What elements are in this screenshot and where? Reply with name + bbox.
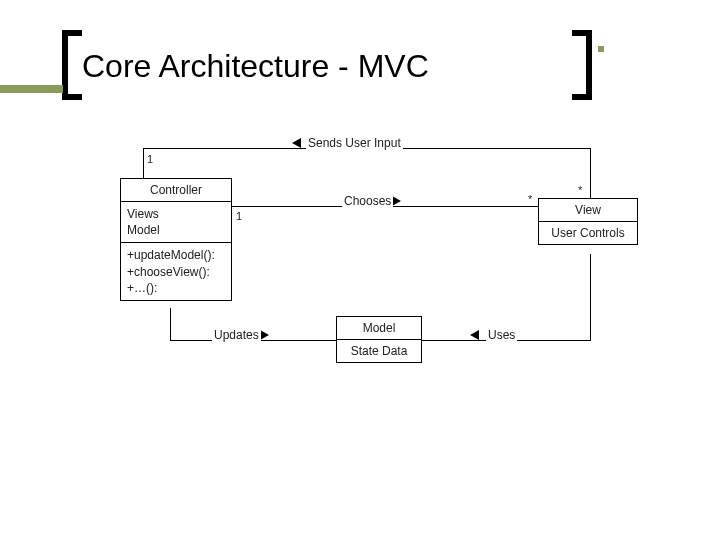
edge-sends-user-input-v-left [143, 148, 144, 178]
accent-bar [0, 85, 63, 93]
box-controller: Controller Views Model +updateModel(): +… [120, 178, 232, 301]
arrow-updates [260, 330, 269, 340]
page-title: Core Architecture - MVC [82, 48, 429, 85]
box-controller-attrs: Views Model [121, 202, 231, 243]
box-model-attrs: State Data [337, 340, 421, 362]
box-controller-ops: +updateModel(): +chooseView(): +…(): [121, 243, 231, 300]
mult-controller-top: 1 [147, 153, 153, 165]
label-uses: Uses [486, 328, 517, 342]
box-controller-name: Controller [121, 179, 231, 202]
arrow-sends-user-input [292, 138, 301, 148]
box-model-name: Model [337, 317, 421, 340]
edge-updates-v [170, 308, 171, 340]
mvc-diagram: Sends User Input Chooses Updates Uses 1 … [0, 140, 720, 540]
mult-view-mid: * [528, 193, 532, 205]
label-updates: Updates [212, 328, 261, 342]
mult-controller-mid: 1 [236, 210, 242, 222]
arrow-uses [470, 330, 479, 340]
label-sends-user-input: Sends User Input [306, 136, 403, 150]
edge-sends-user-input-v-right [590, 148, 591, 198]
box-model: Model State Data [336, 316, 422, 363]
box-view-attrs: User Controls [539, 222, 637, 244]
edge-uses-v [590, 254, 591, 340]
box-view: View User Controls [538, 198, 638, 245]
mult-view-top: * [578, 184, 582, 196]
label-chooses: Chooses [342, 194, 393, 208]
box-view-name: View [539, 199, 637, 222]
accent-dot [598, 46, 604, 52]
